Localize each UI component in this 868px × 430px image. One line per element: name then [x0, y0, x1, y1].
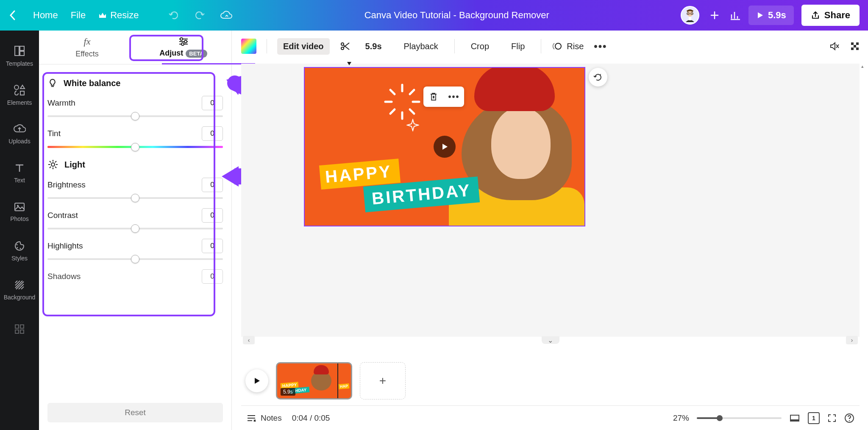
contrast-track[interactable]	[47, 228, 223, 229]
rail-photos[interactable]: Photos	[0, 193, 39, 232]
svg-point-19	[184, 40, 187, 43]
expand-pages-button[interactable]: ⌄	[542, 336, 559, 344]
slider-brightness: Brightness 0	[47, 178, 223, 199]
shadows-label: Shadows	[47, 272, 81, 281]
edit-video-button[interactable]: Edit video	[277, 38, 330, 55]
tab-adjust[interactable]: AdjustBETA	[135, 31, 231, 64]
slider-tint: Tint 0	[47, 126, 223, 148]
color-picker[interactable]	[241, 39, 256, 54]
clip-duration: 5.9s	[281, 388, 295, 396]
fullscreen-icon[interactable]	[827, 413, 837, 423]
svg-point-18	[180, 38, 183, 40]
share-button[interactable]: Share	[801, 5, 860, 26]
element-more-button[interactable]: •••	[444, 87, 464, 107]
zoom-level[interactable]: 27%	[673, 413, 689, 423]
star-decoration	[406, 119, 419, 131]
svg-rect-26	[856, 42, 859, 45]
white-balance-label: White balance	[64, 78, 120, 88]
svg-rect-47	[790, 419, 799, 421]
zoom-slider[interactable]	[697, 417, 782, 419]
warmth-value[interactable]: 0	[202, 96, 223, 110]
playback-button[interactable]: Playback	[398, 38, 444, 55]
undo-icon[interactable]	[168, 11, 179, 20]
fit-view-icon[interactable]	[789, 414, 800, 422]
animation-button[interactable]: Rise	[551, 41, 584, 52]
playhead[interactable]	[337, 363, 338, 398]
bulb-icon	[47, 78, 58, 88]
file-menu[interactable]: File	[71, 10, 86, 21]
rail-styles[interactable]: Styles	[0, 232, 39, 271]
timeline: HAPPY THDAY HAP 5.9s +	[241, 358, 860, 404]
tint-thumb[interactable]	[131, 143, 139, 151]
regenerate-button[interactable]	[589, 68, 607, 87]
preview-button[interactable]: 5.9s	[748, 6, 794, 25]
back-icon[interactable]	[8, 9, 16, 21]
sparkle-decoration	[381, 81, 423, 123]
delete-button[interactable]	[423, 87, 444, 107]
insights-icon[interactable]	[730, 10, 741, 20]
highlights-track[interactable]	[47, 258, 223, 260]
reset-button[interactable]: Reset	[47, 403, 223, 422]
tint-value[interactable]: 0	[202, 126, 223, 141]
more-icon[interactable]: •••	[594, 40, 607, 52]
timeline-clip[interactable]: HAPPY THDAY HAP 5.9s	[276, 362, 352, 399]
tint-track[interactable]	[47, 146, 223, 148]
home-button[interactable]: Home	[33, 10, 58, 21]
rail-more[interactable]	[0, 310, 39, 349]
highlights-thumb[interactable]	[131, 255, 139, 263]
section-light: Light	[47, 159, 223, 170]
timeline-play-button[interactable]	[245, 369, 268, 392]
brightness-track[interactable]	[47, 197, 223, 199]
sun-icon	[47, 159, 58, 170]
svg-rect-15	[20, 325, 24, 328]
svg-point-11	[17, 244, 18, 246]
scissors-icon[interactable]	[340, 41, 350, 51]
contrast-value[interactable]: 0	[202, 208, 223, 223]
crop-button[interactable]: Crop	[465, 38, 495, 55]
next-page-button[interactable]: ›	[846, 336, 858, 344]
user-avatar[interactable]	[681, 6, 699, 25]
highlights-value[interactable]: 0	[202, 239, 223, 253]
rail-elements[interactable]: Elements	[0, 75, 39, 114]
canvas-scrollbar[interactable]: ▴	[860, 64, 866, 337]
page-marker	[347, 62, 351, 65]
rail-templates[interactable]: Templates	[0, 36, 39, 75]
warmth-thumb[interactable]	[131, 112, 139, 120]
svg-line-34	[390, 90, 395, 94]
rail-uploads[interactable]: Uploads	[0, 114, 39, 154]
svg-point-24	[555, 43, 561, 49]
transparency-icon[interactable]	[850, 42, 860, 51]
sliders-icon	[178, 37, 189, 46]
shadows-value[interactable]: 0	[202, 269, 223, 284]
help-icon[interactable]	[844, 413, 854, 423]
tab-effects[interactable]: fx Effects	[39, 31, 135, 64]
add-clip-button[interactable]: +	[360, 362, 406, 399]
top-bar: Home File Resize Canva Video Tutorial - …	[0, 0, 868, 31]
page-count[interactable]: 1	[808, 412, 820, 424]
play-overlay[interactable]	[434, 136, 456, 158]
slider-shadows: Shadows 0	[47, 269, 223, 284]
video-frame[interactable]: HAPPY BIRTHDAY •••	[304, 67, 585, 226]
notes-icon	[246, 414, 256, 422]
beta-badge: BETA	[186, 50, 207, 58]
svg-point-20	[181, 43, 184, 45]
rail-background[interactable]: Background	[0, 271, 39, 310]
mute-icon[interactable]	[829, 41, 840, 52]
cloud-sync-icon[interactable]	[220, 11, 233, 20]
contrast-thumb[interactable]	[131, 224, 139, 233]
document-title[interactable]: Canva Video Tutorial - Background Remove…	[233, 10, 681, 21]
prev-page-button[interactable]: ‹	[243, 336, 255, 344]
redo-icon[interactable]	[194, 11, 205, 20]
resize-button[interactable]: Resize	[98, 10, 139, 21]
notes-button[interactable]: Notes	[246, 413, 282, 423]
highlights-label: Highlights	[47, 241, 83, 251]
rail-text[interactable]: Text	[0, 154, 39, 193]
add-collaborator-button[interactable]	[707, 8, 722, 23]
brightness-thumb[interactable]	[131, 194, 139, 202]
svg-rect-17	[20, 330, 24, 333]
flip-button[interactable]: Flip	[505, 38, 531, 55]
zoom-thumb[interactable]	[717, 415, 723, 421]
preview-duration: 5.9s	[768, 10, 786, 21]
duration-button[interactable]: 5.9s	[359, 38, 388, 55]
warmth-track[interactable]	[47, 115, 223, 117]
